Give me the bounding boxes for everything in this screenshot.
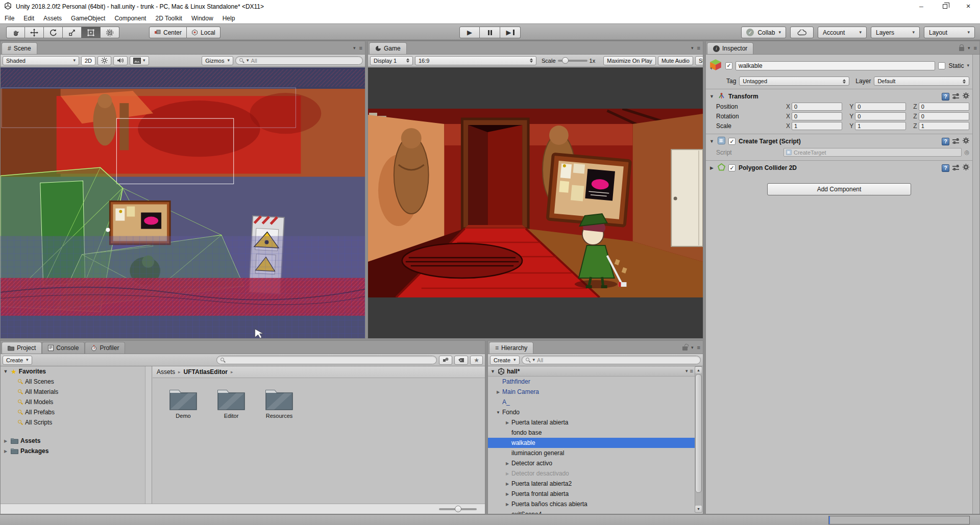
audio-toggle-button[interactable] (113, 56, 128, 65)
search-by-type-button[interactable] (439, 356, 452, 365)
tab-profiler[interactable]: Profiler (85, 342, 125, 354)
space-local-button[interactable]: Local (187, 27, 220, 38)
stats-button[interactable]: Stats (695, 56, 703, 65)
scene-header-row[interactable]: ▼ hall* ▾ ≡ (488, 366, 695, 377)
mute-audio-button[interactable]: Mute Audio (658, 56, 693, 65)
scale-tool-button[interactable] (63, 27, 82, 38)
close-button[interactable]: ✕ (957, 0, 980, 13)
hierarchy-create-dropdown[interactable]: Create ▾ (490, 356, 520, 365)
scale-z-field[interactable]: 1 (919, 122, 969, 130)
help-icon[interactable]: ? (942, 93, 949, 101)
favorite-all-models[interactable]: All Models (1, 397, 152, 407)
scene-menu-icon[interactable]: ≡ (690, 368, 693, 374)
position-x-field[interactable]: 0 (792, 103, 842, 111)
tree-scrollbar[interactable] (145, 366, 152, 504)
project-search-input[interactable] (216, 356, 437, 364)
packages-root[interactable]: ▶ Packages (1, 446, 152, 456)
lock-icon[interactable] (959, 47, 964, 51)
inspector-scrollbar[interactable] (972, 55, 979, 514)
breadcrumb-assets[interactable]: Assets (157, 368, 175, 376)
panel-caret-icon[interactable]: ▾ (691, 46, 694, 51)
hand-tool-button[interactable] (6, 27, 25, 38)
gear-icon[interactable] (963, 137, 969, 145)
layout-dropdown[interactable]: Layout ▾ (924, 27, 975, 38)
minimize-button[interactable]: ─ (910, 0, 933, 13)
panel-caret-icon[interactable]: ▾ (691, 345, 694, 350)
static-checkbox[interactable] (938, 62, 945, 69)
scrollbar-thumb[interactable] (695, 374, 702, 493)
rotation-x-field[interactable]: 0 (792, 112, 842, 120)
name-field[interactable]: walkable (736, 61, 935, 70)
tab-inspector[interactable]: i Inspector (707, 42, 753, 54)
menu-assets[interactable]: Assets (39, 13, 66, 23)
hierarchy-item[interactable]: ▼Fondo (488, 407, 695, 417)
maximize-on-play-button[interactable]: Maximize On Play (603, 56, 656, 65)
tab-scene[interactable]: # Scene (2, 42, 37, 54)
hierarchy-item[interactable]: exitScene4 (488, 509, 695, 514)
hierarchy-item[interactable]: Pathfinder (488, 377, 695, 387)
panel-menu-icon[interactable]: ≡ (974, 45, 976, 51)
gear-icon[interactable] (963, 92, 969, 101)
transform-tool-button[interactable] (101, 27, 119, 38)
pause-button[interactable] (480, 27, 500, 38)
hierarchy-search-input[interactable]: ▾ All (522, 356, 701, 364)
presets-icon[interactable] (952, 165, 960, 171)
saved-search-star-button[interactable]: ★ (470, 356, 483, 365)
add-component-button[interactable]: Add Component (767, 183, 911, 195)
account-dropdown[interactable]: Account ▾ (818, 27, 867, 38)
hierarchy-item[interactable]: A_ (488, 397, 695, 407)
hierarchy-item[interactable]: ▶Puerta frontal abierta (488, 489, 695, 499)
component-enabled-checkbox[interactable]: ✓ (728, 164, 736, 171)
foldout-expanded-icon[interactable]: ▼ (490, 369, 496, 374)
lighting-toggle-button[interactable] (97, 56, 111, 65)
panel-menu-icon[interactable]: ≡ (697, 345, 700, 351)
presets-icon[interactable] (952, 138, 960, 144)
panel-menu-icon[interactable]: ≡ (359, 45, 362, 51)
restore-button[interactable] (933, 0, 957, 13)
panel-caret-icon[interactable]: ▾ (353, 46, 356, 51)
move-tool-button[interactable] (25, 27, 44, 38)
panel-menu-icon[interactable]: ≡ (697, 45, 700, 51)
menu-gameobject[interactable]: GameObject (66, 13, 110, 23)
tag-dropdown[interactable]: Untagged (739, 77, 849, 86)
foldout-collapsed-icon[interactable]: ▶ (3, 439, 9, 443)
tab-hierarchy[interactable]: ≡ Hierarchy (489, 342, 533, 354)
effects-dropdown-button[interactable]: ▾ (130, 56, 149, 65)
rotation-z-field[interactable]: 0 (919, 112, 969, 120)
collab-dropdown[interactable]: ✓ Collab ▾ (741, 27, 786, 38)
menu-2d-toolkit[interactable]: 2D Toolkit (151, 13, 186, 23)
rotate-tool-button[interactable] (44, 27, 63, 38)
favorite-all-scripts[interactable]: All Scripts (1, 417, 152, 428)
layers-dropdown[interactable]: Layers ▾ (871, 27, 920, 38)
hierarchy-item-selected[interactable]: walkable (488, 438, 695, 448)
game-viewport[interactable] (368, 67, 703, 338)
scroll-down-icon[interactable]: ▼ (695, 506, 702, 512)
hierarchy-scrollbar[interactable]: ▲ ▼ (695, 366, 702, 513)
foldout-expanded-icon[interactable]: ▼ (709, 139, 715, 144)
script-object-field[interactable]: CreateTarget (783, 148, 962, 157)
folder-editor[interactable]: Editor (213, 387, 250, 419)
favorite-all-materials[interactable]: All Materials (1, 387, 152, 397)
foldout-collapsed-icon[interactable]: ▶ (3, 449, 9, 454)
help-icon[interactable]: ? (942, 138, 949, 145)
hierarchy-item[interactable]: ▶Puerta lateral abierta (488, 417, 695, 428)
panel-caret-icon[interactable]: ▾ (968, 46, 970, 51)
hierarchy-item[interactable]: ▶Puerta lateral abierta2 (488, 479, 695, 489)
scale-x-field[interactable]: 1 (792, 122, 842, 130)
menu-file[interactable]: File (0, 13, 19, 23)
assets-root[interactable]: ▶ Assets (1, 436, 152, 446)
hierarchy-item[interactable]: iluminacion general (488, 448, 695, 458)
hierarchy-item-disabled[interactable]: ▶Detector desactivado (488, 468, 695, 479)
position-y-field[interactable]: 0 (855, 103, 905, 111)
tab-game[interactable]: Game (369, 42, 407, 54)
play-button[interactable]: ▶ (459, 27, 480, 38)
scale-y-field[interactable]: 1 (855, 122, 905, 130)
gizmos-dropdown[interactable]: Gizmos ▾ (202, 56, 233, 65)
foldout-expanded-icon[interactable]: ▼ (709, 94, 715, 99)
folder-demo[interactable]: Demo (165, 387, 202, 419)
scene-caret-icon[interactable]: ▾ (685, 369, 688, 373)
gear-icon[interactable] (963, 164, 969, 172)
help-icon[interactable]: ? (942, 164, 949, 172)
tab-console[interactable]: Console (42, 342, 85, 354)
scene-viewport[interactable] (1, 67, 365, 338)
